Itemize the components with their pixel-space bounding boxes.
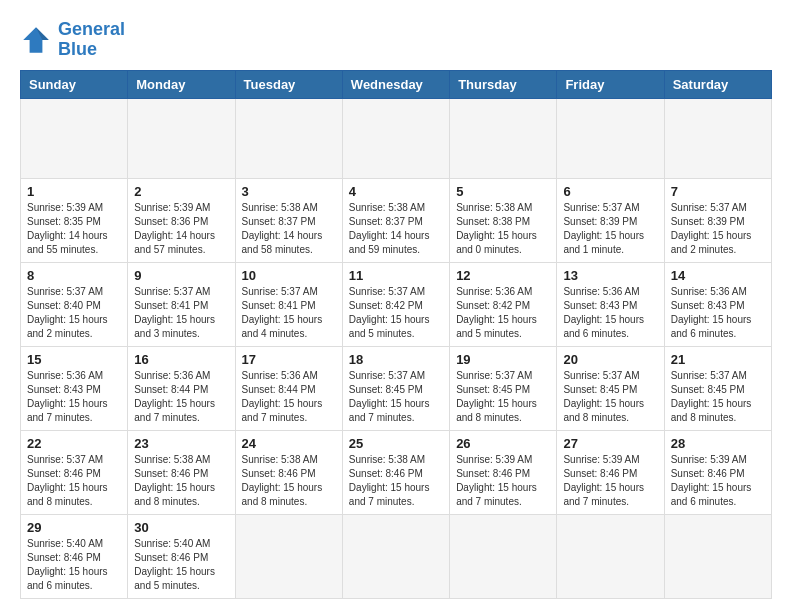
week-row-6: 29Sunrise: 5:40 AMSunset: 8:46 PMDayligh… — [21, 514, 772, 598]
weekday-header-saturday: Saturday — [664, 70, 771, 98]
calendar-cell: 1Sunrise: 5:39 AMSunset: 8:35 PMDaylight… — [21, 178, 128, 262]
day-info: Sunrise: 5:39 AMSunset: 8:36 PMDaylight:… — [134, 201, 228, 257]
day-info: Sunrise: 5:39 AMSunset: 8:46 PMDaylight:… — [563, 453, 657, 509]
day-info: Sunrise: 5:37 AMSunset: 8:39 PMDaylight:… — [563, 201, 657, 257]
day-info: Sunrise: 5:39 AMSunset: 8:35 PMDaylight:… — [27, 201, 121, 257]
calendar-cell — [450, 98, 557, 178]
weekday-header-tuesday: Tuesday — [235, 70, 342, 98]
calendar-cell: 27Sunrise: 5:39 AMSunset: 8:46 PMDayligh… — [557, 430, 664, 514]
calendar-cell: 8Sunrise: 5:37 AMSunset: 8:40 PMDaylight… — [21, 262, 128, 346]
day-info: Sunrise: 5:37 AMSunset: 8:41 PMDaylight:… — [134, 285, 228, 341]
day-number: 8 — [27, 268, 121, 283]
day-number: 28 — [671, 436, 765, 451]
day-number: 10 — [242, 268, 336, 283]
calendar-cell: 17Sunrise: 5:36 AMSunset: 8:44 PMDayligh… — [235, 346, 342, 430]
day-info: Sunrise: 5:36 AMSunset: 8:43 PMDaylight:… — [671, 285, 765, 341]
day-number: 19 — [456, 352, 550, 367]
calendar-header-row: SundayMondayTuesdayWednesdayThursdayFrid… — [21, 70, 772, 98]
calendar-cell: 22Sunrise: 5:37 AMSunset: 8:46 PMDayligh… — [21, 430, 128, 514]
calendar-cell — [664, 514, 771, 598]
day-number: 6 — [563, 184, 657, 199]
calendar-cell: 3Sunrise: 5:38 AMSunset: 8:37 PMDaylight… — [235, 178, 342, 262]
weekday-header-thursday: Thursday — [450, 70, 557, 98]
calendar-cell — [21, 98, 128, 178]
day-info: Sunrise: 5:37 AMSunset: 8:40 PMDaylight:… — [27, 285, 121, 341]
logo-name: General Blue — [58, 20, 125, 60]
calendar-cell: 7Sunrise: 5:37 AMSunset: 8:39 PMDaylight… — [664, 178, 771, 262]
calendar-cell: 4Sunrise: 5:38 AMSunset: 8:37 PMDaylight… — [342, 178, 449, 262]
calendar-cell: 29Sunrise: 5:40 AMSunset: 8:46 PMDayligh… — [21, 514, 128, 598]
day-number: 16 — [134, 352, 228, 367]
calendar-cell — [342, 98, 449, 178]
day-number: 4 — [349, 184, 443, 199]
week-row-1 — [21, 98, 772, 178]
day-number: 20 — [563, 352, 657, 367]
calendar-cell — [235, 98, 342, 178]
week-row-3: 8Sunrise: 5:37 AMSunset: 8:40 PMDaylight… — [21, 262, 772, 346]
day-number: 27 — [563, 436, 657, 451]
calendar-cell: 21Sunrise: 5:37 AMSunset: 8:45 PMDayligh… — [664, 346, 771, 430]
calendar-cell: 5Sunrise: 5:38 AMSunset: 8:38 PMDaylight… — [450, 178, 557, 262]
day-number: 24 — [242, 436, 336, 451]
calendar-cell: 28Sunrise: 5:39 AMSunset: 8:46 PMDayligh… — [664, 430, 771, 514]
week-row-4: 15Sunrise: 5:36 AMSunset: 8:43 PMDayligh… — [21, 346, 772, 430]
calendar-cell: 6Sunrise: 5:37 AMSunset: 8:39 PMDaylight… — [557, 178, 664, 262]
day-number: 17 — [242, 352, 336, 367]
calendar-cell: 2Sunrise: 5:39 AMSunset: 8:36 PMDaylight… — [128, 178, 235, 262]
calendar-cell: 11Sunrise: 5:37 AMSunset: 8:42 PMDayligh… — [342, 262, 449, 346]
day-info: Sunrise: 5:39 AMSunset: 8:46 PMDaylight:… — [671, 453, 765, 509]
day-info: Sunrise: 5:38 AMSunset: 8:37 PMDaylight:… — [242, 201, 336, 257]
day-info: Sunrise: 5:37 AMSunset: 8:45 PMDaylight:… — [671, 369, 765, 425]
logo: General Blue — [20, 20, 125, 60]
calendar-cell: 15Sunrise: 5:36 AMSunset: 8:43 PMDayligh… — [21, 346, 128, 430]
calendar-cell: 25Sunrise: 5:38 AMSunset: 8:46 PMDayligh… — [342, 430, 449, 514]
day-number: 15 — [27, 352, 121, 367]
calendar-cell — [557, 514, 664, 598]
header: General Blue — [20, 20, 772, 60]
calendar-cell: 19Sunrise: 5:37 AMSunset: 8:45 PMDayligh… — [450, 346, 557, 430]
day-info: Sunrise: 5:38 AMSunset: 8:46 PMDaylight:… — [242, 453, 336, 509]
weekday-header-sunday: Sunday — [21, 70, 128, 98]
calendar-cell: 18Sunrise: 5:37 AMSunset: 8:45 PMDayligh… — [342, 346, 449, 430]
day-info: Sunrise: 5:37 AMSunset: 8:45 PMDaylight:… — [563, 369, 657, 425]
day-number: 12 — [456, 268, 550, 283]
day-number: 21 — [671, 352, 765, 367]
calendar: SundayMondayTuesdayWednesdayThursdayFrid… — [20, 70, 772, 599]
day-number: 2 — [134, 184, 228, 199]
day-info: Sunrise: 5:37 AMSunset: 8:45 PMDaylight:… — [349, 369, 443, 425]
day-number: 9 — [134, 268, 228, 283]
week-row-2: 1Sunrise: 5:39 AMSunset: 8:35 PMDaylight… — [21, 178, 772, 262]
day-info: Sunrise: 5:36 AMSunset: 8:43 PMDaylight:… — [563, 285, 657, 341]
day-info: Sunrise: 5:38 AMSunset: 8:46 PMDaylight:… — [349, 453, 443, 509]
day-number: 1 — [27, 184, 121, 199]
day-info: Sunrise: 5:36 AMSunset: 8:44 PMDaylight:… — [134, 369, 228, 425]
day-info: Sunrise: 5:37 AMSunset: 8:41 PMDaylight:… — [242, 285, 336, 341]
day-number: 25 — [349, 436, 443, 451]
calendar-cell: 30Sunrise: 5:40 AMSunset: 8:46 PMDayligh… — [128, 514, 235, 598]
calendar-cell: 14Sunrise: 5:36 AMSunset: 8:43 PMDayligh… — [664, 262, 771, 346]
day-info: Sunrise: 5:36 AMSunset: 8:43 PMDaylight:… — [27, 369, 121, 425]
calendar-cell: 16Sunrise: 5:36 AMSunset: 8:44 PMDayligh… — [128, 346, 235, 430]
week-row-5: 22Sunrise: 5:37 AMSunset: 8:46 PMDayligh… — [21, 430, 772, 514]
day-info: Sunrise: 5:37 AMSunset: 8:45 PMDaylight:… — [456, 369, 550, 425]
calendar-cell: 24Sunrise: 5:38 AMSunset: 8:46 PMDayligh… — [235, 430, 342, 514]
day-number: 30 — [134, 520, 228, 535]
day-info: Sunrise: 5:40 AMSunset: 8:46 PMDaylight:… — [134, 537, 228, 593]
calendar-cell — [557, 98, 664, 178]
calendar-cell: 20Sunrise: 5:37 AMSunset: 8:45 PMDayligh… — [557, 346, 664, 430]
day-info: Sunrise: 5:37 AMSunset: 8:46 PMDaylight:… — [27, 453, 121, 509]
day-number: 26 — [456, 436, 550, 451]
day-number: 13 — [563, 268, 657, 283]
weekday-header-wednesday: Wednesday — [342, 70, 449, 98]
calendar-cell — [342, 514, 449, 598]
calendar-cell: 12Sunrise: 5:36 AMSunset: 8:42 PMDayligh… — [450, 262, 557, 346]
day-number: 14 — [671, 268, 765, 283]
calendar-cell: 13Sunrise: 5:36 AMSunset: 8:43 PMDayligh… — [557, 262, 664, 346]
weekday-header-monday: Monday — [128, 70, 235, 98]
calendar-cell — [664, 98, 771, 178]
day-info: Sunrise: 5:38 AMSunset: 8:37 PMDaylight:… — [349, 201, 443, 257]
day-number: 22 — [27, 436, 121, 451]
calendar-cell: 26Sunrise: 5:39 AMSunset: 8:46 PMDayligh… — [450, 430, 557, 514]
day-info: Sunrise: 5:37 AMSunset: 8:39 PMDaylight:… — [671, 201, 765, 257]
calendar-cell — [128, 98, 235, 178]
